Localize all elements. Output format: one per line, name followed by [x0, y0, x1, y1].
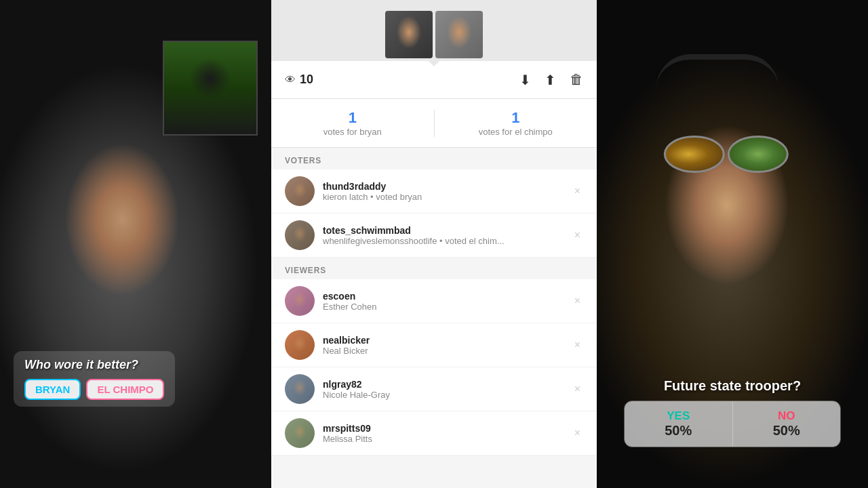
thumbnail-2[interactable]	[435, 11, 483, 58]
wall-art	[163, 41, 258, 136]
voters-list: thund3rdaddy kieron latch • voted bryan …	[271, 169, 597, 258]
viewer-4-info: mrspitts09 Melissa Pitts	[323, 423, 572, 444]
voter-1-username: thund3rdaddy	[323, 181, 572, 192]
voters-section-header: VOTERS	[271, 148, 597, 169]
voter-1-info: thund3rdaddy kieron latch • voted bryan	[323, 181, 572, 202]
voter-2-detail: whenlifegiveslemonsshootlife • voted el …	[323, 236, 540, 246]
voter-2-close-button[interactable]: ×	[572, 226, 583, 244]
right-panel: Future state trooper? YES 50% NO 50%	[597, 0, 868, 488]
share-button[interactable]: ⬆	[545, 72, 556, 88]
poll-options: BRYAN EL CHIMPO	[24, 379, 164, 400]
viewer-1-close-button[interactable]: ×	[572, 292, 583, 310]
sunglass-left-lens	[664, 136, 725, 173]
voter-1-detail: kieron latch • voted bryan	[323, 192, 540, 202]
right-poll-no-pct: 50%	[740, 423, 834, 439]
viewer-2-info: nealbicker Neal Bicker	[323, 335, 572, 356]
headphones-right	[643, 54, 792, 122]
votes-chimpo-count: 1	[511, 109, 519, 127]
viewer-4-avatar-face	[285, 418, 315, 448]
sunglass-right-lens	[728, 136, 789, 173]
viewer-3-info: nlgray82 Nicole Hale-Gray	[323, 379, 572, 400]
center-panel: 👁 10 ⬇ ⬆ 🗑 1 votes for bryan 1 votes for…	[271, 0, 597, 488]
voter-1-avatar-face	[285, 176, 315, 206]
voter-1-close-button[interactable]: ×	[572, 182, 583, 200]
right-poll-yes-label: YES	[631, 409, 726, 423]
viewer-1-info: escoen Esther Cohen	[323, 291, 572, 312]
right-poll-no: NO 50%	[733, 401, 841, 447]
toolbar-actions: ⬇ ⬆ 🗑	[519, 72, 583, 88]
delete-button[interactable]: 🗑	[570, 72, 583, 88]
viewer-2-close-button[interactable]: ×	[572, 336, 583, 354]
thumbnails-bar	[271, 0, 597, 61]
votes-bryan-col: 1 votes for bryan	[271, 109, 434, 137]
download-button[interactable]: ⬇	[519, 72, 531, 88]
poll-option-chimpo: EL CHIMPO	[86, 379, 164, 400]
votes-bryan-count: 1	[349, 109, 357, 127]
viewer-1-username: escoen	[323, 291, 572, 302]
viewer-4-avatar	[285, 418, 315, 448]
viewer-2-avatar	[285, 330, 315, 360]
voter-item-1: thund3rdaddy kieron latch • voted bryan …	[271, 169, 597, 214]
eye-icon: 👁	[285, 74, 296, 86]
chimp-artwork	[164, 42, 256, 134]
viewer-4-close-button[interactable]: ×	[572, 424, 583, 442]
viewer-item-2: nealbicker Neal Bicker ×	[271, 323, 597, 367]
voter-2-avatar-face	[285, 220, 315, 250]
viewer-4-detail: Melissa Pitts	[323, 434, 540, 444]
votes-chimpo-label: votes for el chimpo	[479, 127, 553, 137]
viewer-2-detail: Neal Bicker	[323, 346, 540, 356]
voter-item-2: totes_schwimmbad whenlifegiveslemonsshoo…	[271, 214, 597, 257]
left-panel: Who wore it better? BRYAN EL CHIMPO	[0, 0, 271, 488]
right-poll-question: Future state trooper?	[624, 378, 841, 394]
sunglasses	[664, 136, 789, 173]
headphone-band	[656, 54, 778, 88]
viewer-item-4: mrspitts09 Melissa Pitts ×	[271, 411, 597, 455]
viewer-3-avatar-face	[285, 374, 315, 404]
right-poll-no-label: NO	[740, 409, 834, 423]
right-poll-box: Future state trooper? YES 50% NO 50%	[624, 378, 841, 447]
voter-2-info: totes_schwimmbad whenlifegiveslemonsshoo…	[323, 225, 572, 246]
viewer-4-username: mrspitts09	[323, 423, 572, 434]
viewer-item-1: escoen Esther Cohen ×	[271, 279, 597, 323]
voter-2-username: totes_schwimmbad	[323, 225, 572, 236]
poll-option-bryan: BRYAN	[24, 379, 81, 400]
poll-overlay: Who wore it better? BRYAN EL CHIMPO	[14, 351, 175, 407]
thumbnail-1[interactable]	[385, 11, 433, 58]
viewer-1-avatar-face	[285, 286, 315, 316]
view-count-container: 👁 10	[285, 73, 519, 87]
viewer-1-avatar	[285, 286, 315, 316]
viewer-2-username: nealbicker	[323, 335, 572, 346]
viewer-item-3: nlgray82 Nicole Hale-Gray ×	[271, 367, 597, 411]
viewers-list: escoen Esther Cohen × nealbicker Neal Bi…	[271, 279, 597, 455]
thumbnails-arrow	[427, 60, 441, 66]
view-count-number: 10	[300, 73, 313, 87]
voter-1-avatar	[285, 176, 315, 206]
viewer-3-close-button[interactable]: ×	[572, 380, 583, 398]
thumbnail-2-face	[435, 11, 483, 58]
viewer-3-detail: Nicole Hale-Gray	[323, 390, 540, 400]
scrollable-content[interactable]: VOTERS thund3rdaddy kieron latch • voted…	[271, 148, 597, 488]
right-poll-yes: YES 50%	[625, 401, 733, 447]
votes-row: 1 votes for bryan 1 votes for el chimpo	[271, 99, 597, 148]
right-poll-options: YES 50% NO 50%	[624, 401, 841, 447]
right-poll-yes-pct: 50%	[631, 423, 726, 439]
viewer-3-username: nlgray82	[323, 379, 572, 390]
voter-2-avatar	[285, 220, 315, 250]
viewers-section-header: VIEWERS	[271, 258, 597, 279]
toolbar: 👁 10 ⬇ ⬆ 🗑	[271, 61, 597, 99]
poll-question: Who wore it better?	[24, 358, 164, 372]
votes-bryan-label: votes for bryan	[323, 127, 382, 137]
viewer-3-avatar	[285, 374, 315, 404]
votes-chimpo-col: 1 votes for el chimpo	[435, 109, 597, 137]
viewer-1-detail: Esther Cohen	[323, 302, 540, 312]
viewer-2-avatar-face	[285, 330, 315, 360]
thumbnail-1-face	[385, 11, 433, 58]
